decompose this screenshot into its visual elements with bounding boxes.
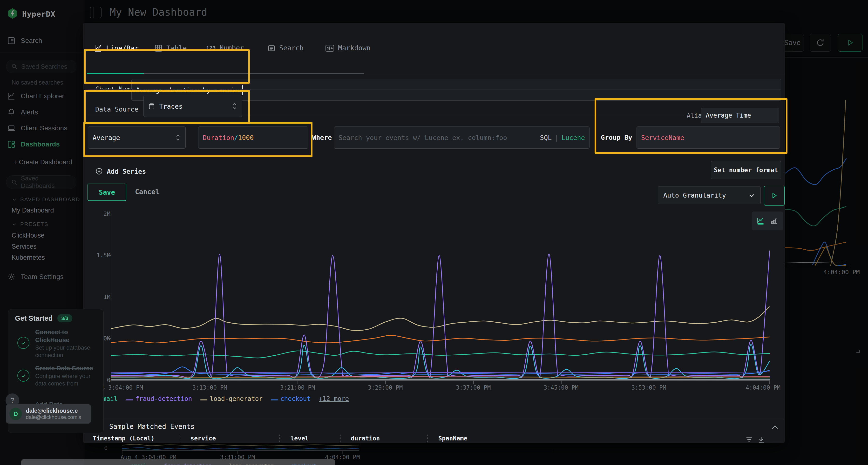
bar-mode-icon: [770, 217, 778, 225]
group-by-label: Group By: [601, 134, 632, 141]
alias-input[interactable]: Average Time: [701, 108, 779, 123]
chart-legend: email fraud-detection load-generator che…: [89, 395, 349, 402]
field-expression-input[interactable]: Duration/1000: [198, 127, 308, 148]
x-tick-label: 3:53:00 PM: [631, 384, 666, 391]
column-header-timestamp[interactable]: Timestamp (Local): [93, 435, 155, 442]
app-screen: HyperDX Search Saved Searches No saved s…: [0, 0, 868, 465]
number-123-icon: 123: [206, 45, 216, 51]
section-divider: [83, 420, 785, 420]
sample-events-header[interactable]: Sample Matched Events: [95, 422, 194, 431]
legend-more-link[interactable]: +12 more: [319, 395, 349, 402]
group-by-input[interactable]: ServiceName: [637, 127, 780, 148]
text-cursor: [242, 85, 243, 95]
chevron-down-icon: [748, 192, 755, 199]
where-label: Where: [312, 134, 332, 141]
granularity-select[interactable]: Auto Granularity: [658, 186, 761, 204]
play-icon: [771, 192, 778, 199]
user-email: dale@clickhouse.c: [26, 407, 81, 414]
user-menu[interactable]: D dale@clickhouse.c dale@clickhouse.com'…: [6, 404, 91, 424]
line-chart-icon: [94, 44, 102, 52]
row-divider: [88, 89, 781, 90]
column-header-duration[interactable]: duration: [351, 435, 380, 442]
tab-markdown[interactable]: Markdown: [326, 44, 371, 52]
edit-chart-modal: Line/Bar Table 123 Number Search Markdow…: [83, 23, 785, 443]
tab-number[interactable]: 123 Number: [206, 44, 244, 52]
onboarding-step[interactable]: Create Data Source Configure where your …: [18, 364, 98, 387]
tab-search[interactable]: Search: [268, 44, 304, 52]
x-tick-label: 3:13:00 PM: [192, 384, 227, 391]
legend-item[interactable]: load-generator: [200, 395, 262, 402]
save-button[interactable]: Save: [88, 184, 126, 201]
search-list-icon: [268, 44, 275, 52]
markdown-icon: [326, 44, 334, 52]
x-tick-label: 3:21:00 PM: [280, 384, 315, 391]
avatar: D: [9, 408, 22, 420]
x-tick-label: 3:29:00 PM: [368, 384, 403, 391]
onboarding-step[interactable]: Connect to ClickHouse Set up your databa…: [18, 328, 98, 359]
main-chart[interactable]: [111, 214, 770, 380]
get-started-title: Get Started: [15, 314, 53, 322]
progress-badge: 3/3: [57, 314, 72, 322]
add-series-button[interactable]: Add Series: [95, 167, 146, 175]
user-team: dale@clickhouse.com's: [26, 414, 81, 421]
column-header-spanname[interactable]: SpanName: [438, 435, 467, 442]
chart-name-label: Chart Name: [95, 85, 134, 93]
where-search-input[interactable]: Search your events w/ Lucene ex. column:…: [334, 127, 590, 148]
updown-chevrons-icon: [175, 133, 181, 142]
x-tick-label: 4:04:00 PM: [746, 384, 781, 391]
aggregation-select[interactable]: Average: [88, 127, 186, 148]
x-tick-label: 3:45:00 PM: [544, 384, 579, 391]
column-header-service[interactable]: service: [190, 435, 216, 442]
plus-circle-icon: [95, 167, 103, 175]
tab-line-bar[interactable]: Line/Bar: [94, 44, 138, 52]
legend-item[interactable]: checkout: [271, 395, 311, 402]
set-number-format-button[interactable]: Set number format: [711, 161, 781, 179]
run-chart-button[interactable]: [764, 186, 784, 205]
cancel-button[interactable]: Cancel: [135, 188, 159, 196]
filter-icon[interactable]: [745, 435, 753, 443]
column-header-level[interactable]: level: [290, 435, 309, 442]
table-icon: [154, 44, 162, 52]
bottom-overlay-bar: [21, 459, 335, 465]
check-icon: [18, 337, 29, 349]
series-divider: [88, 115, 684, 115]
data-source-label: Data Source: [95, 105, 138, 113]
check-icon: [18, 370, 29, 381]
database-icon: [148, 102, 155, 110]
legend-item[interactable]: fraud-detection: [126, 395, 192, 402]
data-source-select[interactable]: Traces: [144, 96, 242, 117]
sql-mode-toggle[interactable]: SQL: [540, 134, 552, 141]
collapse-section-icon[interactable]: [770, 423, 779, 432]
updown-chevrons-icon: [231, 102, 238, 110]
download-icon[interactable]: [757, 435, 765, 443]
active-tab-indicator: [87, 73, 144, 74]
lucene-mode-toggle[interactable]: Lucene: [561, 134, 585, 141]
tab-table[interactable]: Table: [154, 44, 187, 52]
x-tick-label: 3:37:00 PM: [456, 384, 491, 391]
